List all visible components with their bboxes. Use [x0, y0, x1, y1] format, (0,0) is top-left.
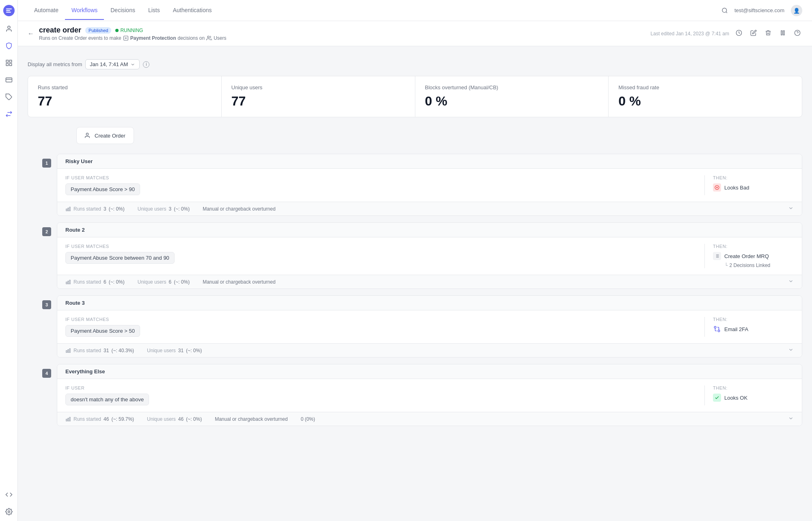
svg-rect-41: [69, 349, 70, 352]
chart-icon-1: [65, 206, 71, 212]
route-1-number: 1: [42, 159, 51, 168]
route-2-condition: IF USER MATCHES Payment Abuse Score betw…: [65, 244, 704, 268]
route-1-container: 1 Risky User IF USER MATCHES Payment Abu…: [57, 154, 802, 216]
workflow-meta: Runs on Create Order events to make Paym…: [39, 35, 646, 41]
sidebar-item-user[interactable]: [4, 24, 13, 33]
route-4-condition-label: IF USER: [65, 385, 704, 390]
svg-rect-43: [68, 418, 69, 421]
chevron-down-icon: [130, 62, 135, 67]
stat-value-fraud: 0 %: [618, 94, 792, 109]
create-order-node-icon: [85, 132, 91, 139]
chart-icon-2: [65, 279, 71, 285]
metrics-info-icon[interactable]: i: [143, 61, 149, 68]
route-3-card: Route 3 IF USER MATCHES Payment Abuse Sc…: [57, 295, 802, 357]
svg-rect-18: [783, 31, 784, 35]
sidebar-item-code[interactable]: [4, 490, 13, 499]
looks-ok-icon: [713, 394, 721, 402]
route-3-condition-value: Payment Abuse Score > 50: [65, 325, 140, 337]
route-4-card: Everything Else IF USER doesn't match an…: [57, 364, 802, 426]
chart-icon-4: [65, 416, 71, 422]
tab-authentications[interactable]: Authentications: [166, 1, 218, 20]
route-2-users-stat: Unique users 6 (~: 0%): [138, 279, 190, 285]
svg-point-10: [722, 8, 727, 13]
search-icon[interactable]: [721, 7, 728, 14]
sidebar-item-settings[interactable]: [4, 507, 13, 516]
main-content: Automate Workflows Decisions Lists Authe…: [18, 0, 812, 521]
stat-label-runs: Runs started: [38, 84, 212, 90]
route-1-expand-button[interactable]: [788, 205, 794, 212]
svg-rect-27: [69, 207, 70, 211]
route-2-expand-button[interactable]: [788, 278, 794, 285]
route-2-condition-value: Payment Abuse Score between 70 and 90: [65, 252, 175, 264]
svg-rect-4: [6, 64, 8, 66]
left-sidebar: [0, 0, 18, 521]
sidebar-item-shield[interactable]: [4, 41, 13, 50]
status-badge-published: Published: [85, 27, 111, 34]
tab-workflows[interactable]: Workflows: [65, 1, 104, 20]
route-1-action-label: Looks Bad: [724, 185, 749, 191]
sidebar-item-card[interactable]: [4, 75, 13, 84]
route-2-container: 2 Route 2 IF USER MATCHES Payment Abuse …: [57, 222, 802, 289]
route-4-footer: Runs started 46 (~: 59.7%) Unique users …: [57, 412, 802, 426]
back-button[interactable]: ←: [28, 30, 34, 37]
workflow-title: create order: [39, 26, 81, 34]
route-4-condition: IF USER doesn't match any of the above: [65, 385, 704, 405]
delete-button[interactable]: [763, 28, 773, 39]
svg-point-38: [714, 326, 716, 328]
svg-point-1: [8, 26, 10, 28]
route-2-body: IF USER MATCHES Payment Abuse Score betw…: [57, 237, 802, 275]
avatar-icon: 👤: [791, 5, 802, 16]
route-4-users-stat: Unique users 46 (~: 0%): [147, 416, 202, 422]
page-content: Display all metrics from Jan 14, 7:41 AM…: [18, 46, 812, 521]
route-3-number: 3: [42, 300, 51, 309]
stat-missed-fraud: Missed fraud rate 0 %: [609, 76, 802, 117]
svg-point-37: [718, 330, 720, 332]
tab-decisions[interactable]: Decisions: [104, 1, 142, 20]
route-1-footer: Runs started 3 (~: 0%) Unique users 3 (~…: [57, 202, 802, 215]
help-button[interactable]: [793, 28, 802, 39]
sidebar-item-grid[interactable]: [4, 58, 13, 67]
route-1-condition: IF USER MATCHES Payment Abuse Score > 90: [65, 175, 704, 195]
route-3-expand-button[interactable]: [788, 347, 794, 354]
route-4-manual-label: Manual or chargeback overturned: [215, 416, 287, 422]
status-badge-running: RUNNING: [115, 28, 143, 33]
svg-rect-17: [781, 31, 782, 35]
metrics-date-picker[interactable]: Jan 14, 7:41 AM: [85, 59, 140, 69]
last-edited-label: Last edited Jan 14, 2023 @ 7:41 am: [650, 31, 729, 37]
svg-rect-26: [68, 208, 69, 211]
sidebar-item-tag[interactable]: [4, 93, 13, 101]
route-3-runs-stat: Runs started 31 (~: 40.3%): [65, 348, 134, 353]
stat-unique-users: Unique users 77: [222, 76, 415, 117]
sidebar-item-workflow[interactable]: [4, 110, 13, 118]
2fa-icon: [713, 325, 721, 333]
route-2-card: Route 2 IF USER MATCHES Payment Abuse Sc…: [57, 222, 802, 289]
route-3-action: Email 2FA: [713, 325, 794, 333]
route-2-action: Create Order MRQ: [713, 252, 794, 260]
workflow-header: ← create order Published RUNNING Runs on…: [18, 21, 812, 46]
route-2-then: THEN: Create Order MRQ 2 Decisions Linke…: [704, 244, 794, 268]
svg-rect-2: [6, 60, 8, 62]
stats-grid: Runs started 77 Unique users 77 Blocks o…: [28, 76, 802, 117]
svg-point-9: [8, 511, 10, 513]
top-nav: Automate Workflows Decisions Lists Authe…: [18, 0, 812, 21]
route-4-header: Everything Else: [57, 364, 802, 379]
pause-button[interactable]: [778, 28, 788, 39]
route-4-action-label: Looks OK: [724, 395, 747, 401]
route-4-condition-value: doesn't match any of the above: [65, 394, 149, 405]
tab-automate[interactable]: Automate: [28, 1, 65, 20]
mrq-icon: [713, 252, 721, 260]
route-1-runs-stat: Runs started 3 (~: 0%): [65, 206, 125, 212]
app-logo: [3, 5, 15, 16]
tab-lists[interactable]: Lists: [142, 1, 166, 20]
edit-button[interactable]: [749, 28, 758, 39]
svg-point-15: [207, 36, 209, 38]
route-1-condition-label: IF USER MATCHES: [65, 175, 704, 180]
stat-value-blocks: 0 %: [425, 94, 599, 109]
route-3-body: IF USER MATCHES Payment Abuse Score > 50…: [57, 310, 802, 343]
history-button[interactable]: [734, 28, 744, 39]
app-container: Automate Workflows Decisions Lists Authe…: [0, 0, 812, 521]
route-4-container: 4 Everything Else IF USER doesn't match …: [57, 364, 802, 426]
route-2-runs-stat: Runs started 6 (~: 0%): [65, 279, 125, 285]
route-4-expand-button[interactable]: [788, 416, 794, 422]
stat-value-users: 77: [231, 94, 405, 109]
